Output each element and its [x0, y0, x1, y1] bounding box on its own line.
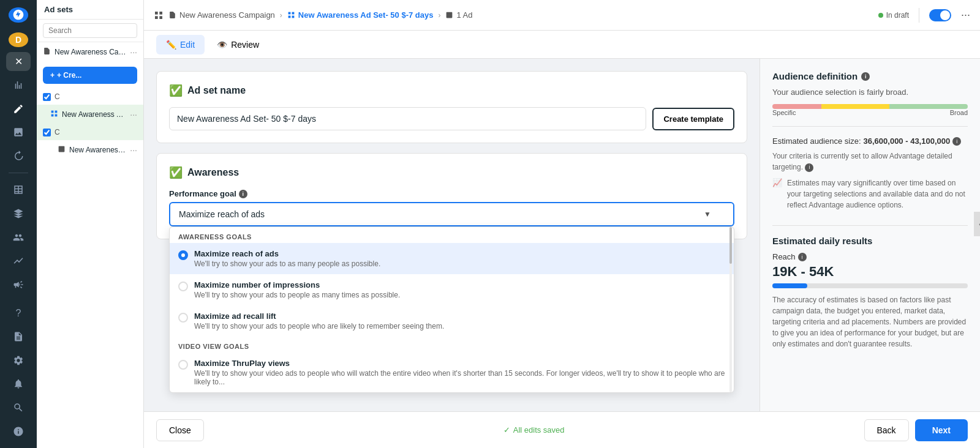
advantage-info-icon[interactable]: i: [805, 163, 813, 172]
checkbox-2[interactable]: [43, 129, 51, 136]
audience-definition-title: Audience definition i: [772, 71, 968, 81]
close-button[interactable]: Close: [156, 419, 204, 441]
reach-info-icon[interactable]: i: [798, 253, 807, 261]
sidebar-icons: D ✕ ?: [0, 0, 37, 448]
maximize-impressions-option[interactable]: Maximize number of impressions We'll try…: [170, 274, 734, 305]
ad-icon: [58, 145, 66, 155]
create-button[interactable]: + + Cre...: [43, 67, 137, 84]
ad-set-name-card: ✅ Ad set name Create template: [156, 71, 747, 143]
panel-collapse-handle[interactable]: ‹: [974, 212, 980, 236]
svg-rect-8: [288, 12, 290, 15]
ad-more-icon[interactable]: ···: [130, 145, 137, 155]
edit-tab-label: Edit: [180, 40, 195, 50]
search-box: [37, 20, 143, 42]
settings-icon[interactable]: [6, 351, 31, 370]
search-input[interactable]: [43, 23, 137, 38]
dropdown-arrow-icon: ▼: [704, 210, 711, 218]
bottom-right-buttons: Back Next: [864, 419, 968, 441]
advantage-text: Your criteria is currently set to allow …: [772, 151, 968, 173]
checkbox-label-2: C: [55, 128, 60, 136]
est-size-info-icon[interactable]: i: [952, 137, 961, 146]
edit-tab-icon: ✏️: [166, 40, 176, 50]
checkbox-1[interactable]: [43, 93, 51, 101]
edit-tab[interactable]: ✏️ Edit: [156, 35, 205, 54]
svg-rect-5: [159, 12, 162, 15]
svg-rect-11: [292, 16, 294, 18]
svg-rect-10: [288, 16, 290, 18]
bottom-settings-icon[interactable]: [6, 422, 31, 441]
audience-info-icon[interactable]: i: [861, 72, 870, 81]
dropdown-scrollbar[interactable]: [729, 227, 733, 392]
campaign-tree-item[interactable]: New Awareness Campaign ···: [37, 42, 143, 62]
meta-logo[interactable]: [9, 7, 28, 23]
chart-icon[interactable]: [6, 76, 31, 95]
breadcrumb-adset[interactable]: New Awareness Ad Set- 50 $-7 days: [287, 10, 434, 20]
svg-rect-7: [159, 16, 162, 19]
ad-label: New Awareness Ad: [69, 146, 126, 154]
saved-check-icon: ✓: [503, 425, 510, 435]
edit-icon[interactable]: [6, 99, 31, 118]
topbar-more-button[interactable]: ···: [961, 9, 970, 21]
breadcrumb-ad-icon: [445, 11, 453, 19]
breadcrumb-campaign-label: New Awareness Campaign: [179, 10, 275, 20]
megaphone-icon[interactable]: [6, 275, 31, 294]
thruplay-option[interactable]: Maximize ThruPlay views We'll try to sho…: [170, 353, 734, 392]
close-panel-icon[interactable]: ✕: [6, 52, 31, 71]
bell-icon[interactable]: [6, 375, 31, 394]
maximize-impressions-desc: We'll try to show your ads to people as …: [194, 291, 400, 299]
next-button[interactable]: Next: [915, 419, 968, 441]
thruplay-radio: [178, 360, 188, 370]
maximize-reach-option[interactable]: Maximize reach of ads We'll try to show …: [170, 243, 734, 274]
saved-status: ✓ All edits saved: [503, 425, 565, 435]
campaign-more-icon[interactable]: ···: [130, 47, 137, 57]
layers-icon[interactable]: [6, 204, 31, 223]
adset-more-icon[interactable]: ···: [130, 110, 137, 119]
breadcrumb-campaign[interactable]: New Awareness Campaign: [168, 10, 275, 20]
draft-label: In draft: [886, 11, 909, 20]
thruplay-text: Maximize ThruPlay views We'll try to sho…: [194, 359, 725, 386]
review-tab-icon: 👁️: [217, 40, 227, 50]
bar-mid: [821, 104, 890, 109]
adset-icon: [50, 110, 58, 119]
document-icon[interactable]: [6, 327, 31, 346]
create-template-button[interactable]: Create template: [652, 108, 734, 130]
table-icon[interactable]: [6, 181, 31, 200]
svg-rect-3: [55, 114, 58, 117]
thruplay-desc: We'll try to show your video ads to peop…: [194, 369, 725, 386]
estimated-size-row: Estimated audience size: 36,600,000 - 43…: [772, 136, 968, 146]
checkbox-label-1: C: [55, 92, 60, 101]
ad-set-name-row: Create template: [169, 107, 734, 130]
analytics-icon[interactable]: [6, 252, 31, 271]
performance-goal-dropdown-trigger[interactable]: Maximize reach of ads ▼: [169, 202, 734, 226]
saved-label: All edits saved: [513, 425, 565, 435]
history-icon[interactable]: [6, 147, 31, 166]
performance-goal-dropdown-wrapper: Maximize reach of ads ▼ Awareness goals …: [169, 202, 734, 226]
search-icon[interactable]: [6, 398, 31, 417]
maximize-recall-option[interactable]: Maximize ad recall lift We'll try to sho…: [170, 305, 734, 337]
svg-rect-9: [292, 12, 294, 15]
campaign-icon: [43, 47, 51, 57]
review-tab[interactable]: 👁️ Review: [207, 35, 269, 54]
draft-toggle[interactable]: [929, 9, 951, 21]
note-row: 📈 Estimates may vary significantly over …: [772, 177, 968, 215]
ad-tree-item[interactable]: New Awareness Ad ···: [37, 140, 143, 160]
people-icon[interactable]: [6, 228, 31, 247]
ad-set-name-input[interactable]: [169, 107, 646, 130]
image-icon[interactable]: [6, 123, 31, 142]
back-button[interactable]: Back: [864, 419, 909, 441]
dropdown-menu: Awareness goals Maximize reach of ads We…: [169, 226, 734, 393]
adset-tree-item[interactable]: New Awareness Ad Set- 50 $-7 days ···: [37, 105, 143, 124]
help-icon[interactable]: ?: [6, 304, 31, 323]
bar-specific: [772, 104, 821, 109]
performance-goal-info-icon[interactable]: i: [239, 190, 247, 198]
reach-bar-fill: [772, 283, 807, 288]
maximize-reach-text: Maximize reach of ads We'll try to show …: [194, 249, 380, 268]
divider: [919, 8, 919, 23]
maximize-reach-radio: [178, 250, 188, 260]
bottom-bar: Close ✓ All edits saved Back Next: [144, 411, 980, 448]
breadcrumb-sep-2: ›: [438, 11, 440, 20]
svg-rect-0: [51, 111, 54, 113]
breadcrumb-ad[interactable]: 1 Ad: [445, 10, 472, 20]
user-avatar[interactable]: D: [9, 32, 28, 48]
main-content: New Awareness Campaign › New Awareness A…: [144, 0, 980, 448]
